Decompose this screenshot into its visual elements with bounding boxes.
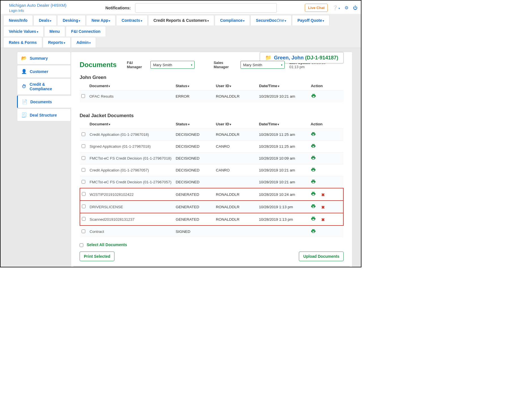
sidebar-item-customer[interactable]: 👤Customer <box>17 65 71 78</box>
row-checkbox[interactable] <box>82 156 85 160</box>
table-row: ContractSIGNED <box>80 226 343 237</box>
delete-icon[interactable]: ✖ <box>321 205 325 210</box>
print-icon[interactable] <box>311 93 316 98</box>
nav-vehicle-values[interactable]: Vehicle Values▾ <box>3 26 44 36</box>
customer-id: (DJ-1-914187) <box>305 55 338 61</box>
delete-icon[interactable]: ✖ <box>321 217 325 222</box>
doc-date: 10/28/2019 10:24 am <box>257 188 309 201</box>
caret-down-icon: ▾ <box>207 19 209 22</box>
live-chat-button[interactable]: Live Chat <box>305 4 328 12</box>
print-icon[interactable] <box>310 204 316 209</box>
sidebar-item-credit-compliance[interactable]: ⏱Credit & Compliance <box>17 78 71 95</box>
upload-documents-button[interactable]: Upload Documents <box>299 252 344 261</box>
col-document[interactable]: Document▾ <box>88 81 174 91</box>
row-checkbox[interactable] <box>82 205 86 208</box>
nav-f-i-connection[interactable]: F&I Connection <box>66 26 106 36</box>
col-document[interactable]: Document▾ <box>88 120 174 129</box>
nav-deals[interactable]: Deals▾ <box>33 15 57 25</box>
notifications-input[interactable] <box>135 3 277 13</box>
nav-row-2: Rates & FormsReports▾Admin▾ <box>3 37 358 48</box>
nav-admin[interactable]: Admin▾ <box>71 37 96 48</box>
doc-name: Signed Application (01-1-27967018) <box>88 141 174 153</box>
nav-news-info[interactable]: News/Info <box>3 15 33 25</box>
nav-compliance[interactable]: Compliance▾ <box>215 15 250 25</box>
col-date[interactable]: Date/Time▾ <box>257 120 309 129</box>
print-icon[interactable] <box>310 167 316 172</box>
doc-date <box>257 226 309 237</box>
doc-user: RONALDDLR <box>214 201 257 213</box>
login-info-link[interactable]: Login Info <box>9 9 83 13</box>
doc-status: DECISIONED <box>174 129 214 141</box>
caret-down-icon: ▾ <box>285 19 286 22</box>
row-checkbox[interactable] <box>82 180 85 184</box>
nav-securedoc[interactable]: SecureDocOne▾ <box>250 15 291 25</box>
table-row: Credit Application (01-1-27967057)DECISI… <box>80 164 343 176</box>
row-checkbox[interactable] <box>81 94 85 98</box>
row-checkbox[interactable] <box>82 217 86 221</box>
top-right-controls: Live Chat ❔▾ ⚙ ⏻ <box>305 4 357 12</box>
row-checkbox[interactable] <box>82 192 86 196</box>
doc-user: RONALDDLR <box>214 188 257 201</box>
doc-user: RONALDDLR <box>214 91 257 102</box>
nav-new-app[interactable]: New App▾ <box>86 15 116 25</box>
power-icon[interactable]: ⏻ <box>353 5 357 10</box>
doc-date: 10/28/2019 1:13 pm <box>257 201 309 213</box>
doc-status: DECISIONED <box>174 176 214 188</box>
nav-menu[interactable]: Menu <box>44 26 65 36</box>
doc-date: 10/28/2019 11:25 am <box>257 129 309 141</box>
col-status[interactable]: Status▾ <box>174 81 214 91</box>
print-selected-button[interactable]: Print Selected <box>80 252 114 261</box>
row-checkbox[interactable] <box>82 168 85 172</box>
fi-manager-label: F&I Manager <box>127 61 146 69</box>
col-date[interactable]: Date/Time▾ <box>257 81 309 91</box>
nav-rates-forms[interactable]: Rates & Forms <box>3 37 42 48</box>
dealer-name-link[interactable]: Michigan Auto Dealer (HI9XM) <box>9 3 83 8</box>
row-checkbox[interactable] <box>82 144 85 148</box>
row-checkbox[interactable] <box>82 132 85 136</box>
select-all-checkbox[interactable] <box>80 243 83 247</box>
nav-desking[interactable]: Desking▾ <box>57 15 85 25</box>
col-user[interactable]: User ID▾ <box>214 120 257 129</box>
sidebar-icon: 🧾 <box>21 112 27 118</box>
doc-name: Contract <box>88 226 174 237</box>
customer-name: Green, John <box>274 55 304 61</box>
doc-name: Credit Application (01-1-27967018) <box>88 129 174 141</box>
table-row: W2STIP20191028102422GENERATEDRONALDDLR10… <box>80 188 343 201</box>
table-row: DRIVERSLICENSEGENERATEDRONALDDLR10/28/20… <box>80 201 343 213</box>
nav-credit-reports-customers[interactable]: Credit Reports & Customers▾ <box>148 15 214 25</box>
select-deal-documents-footer: Select Deal Documents Get Deal Documents… <box>73 266 350 267</box>
sidebar-item-deal-structure[interactable]: 🧾Deal Structure <box>17 109 71 121</box>
nav-contracts[interactable]: Contracts▾ <box>116 15 147 25</box>
col-status[interactable]: Status▾ <box>174 120 214 129</box>
table-row: FMCTst-eC FS Credit Decision (01-1-27967… <box>80 176 343 188</box>
doc-name: FMCTst-eC FS Credit Decision (01-1-27967… <box>88 176 174 188</box>
delete-icon[interactable]: ✖ <box>321 192 325 197</box>
row-checkbox[interactable] <box>82 229 85 233</box>
doc-name: Credit Application (01-1-27967057) <box>88 164 174 176</box>
print-icon[interactable] <box>310 179 316 184</box>
print-icon[interactable] <box>310 155 316 160</box>
sidebar-item-documents[interactable]: 📄Documents <box>17 95 71 108</box>
help-icon[interactable]: ❔▾ <box>332 5 340 10</box>
doc-status: DECISIONED <box>174 141 214 153</box>
doc-user: RONALDDLR <box>214 129 257 141</box>
doc-date: 10/28/2019 10:21 am <box>257 176 309 188</box>
caret-down-icon: ▾ <box>323 19 324 22</box>
gear-icon[interactable]: ⚙ <box>344 5 348 10</box>
print-icon[interactable] <box>310 216 316 221</box>
print-icon[interactable] <box>310 132 316 137</box>
select-all-label[interactable]: Select All Documents <box>87 242 127 247</box>
fi-manager-select[interactable]: Mary Smith <box>150 61 195 69</box>
nav-reports[interactable]: Reports▾ <box>43 37 71 48</box>
print-icon[interactable] <box>310 191 316 196</box>
print-icon[interactable] <box>310 143 316 149</box>
col-user[interactable]: User ID▾ <box>214 81 257 91</box>
sidebar-item-label: Customer <box>30 69 48 74</box>
nav-payoff-quote[interactable]: Payoff Quote▾ <box>292 15 329 25</box>
sales-manager-select[interactable]: Mary Smith <box>241 61 285 69</box>
caret-down-icon: ▾ <box>243 19 244 22</box>
folder-icon: 📁 <box>265 55 271 61</box>
doc-date: 10/28/2019 11:25 am <box>257 141 309 153</box>
print-icon[interactable] <box>310 229 316 234</box>
sidebar-item-summary[interactable]: 📂Summary <box>17 52 71 65</box>
